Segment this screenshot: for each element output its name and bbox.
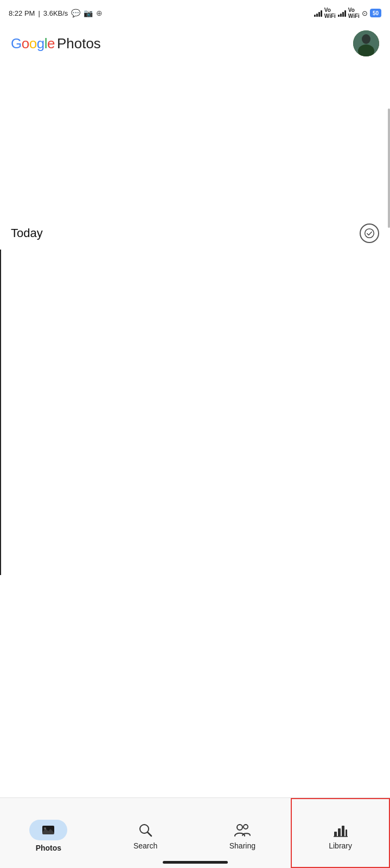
tab-sharing[interactable]: Sharing <box>194 798 291 868</box>
status-divider: | <box>38 9 40 17</box>
g-letter-g: G <box>11 35 22 52</box>
signal-bars-2 <box>338 9 346 17</box>
tab-search[interactable]: Search <box>97 798 194 868</box>
g-letter-o2: o <box>29 35 37 52</box>
vo-wifi-label-2: VoWiFi <box>348 7 360 19</box>
instagram-icon: 📷 <box>84 9 93 17</box>
svg-point-3 <box>365 229 374 238</box>
search-tab-label: Search <box>133 841 157 850</box>
svg-rect-12 <box>338 828 341 837</box>
chrome-icon: ⊕ <box>96 9 103 17</box>
nav-items: Photos Search S <box>0 798 390 868</box>
photos-icon-bg <box>29 820 67 840</box>
g-letter-g2: g <box>37 35 44 52</box>
g-letter-e: e <box>47 35 55 52</box>
svg-point-6 <box>44 827 46 829</box>
g-letter-o1: o <box>22 35 29 52</box>
svg-point-9 <box>237 825 242 830</box>
search-icon-container <box>137 822 154 838</box>
svg-rect-13 <box>342 826 344 837</box>
vo-wifi-label-1: VoWiFi <box>324 7 336 19</box>
avatar-image <box>353 30 379 56</box>
whatsapp-icon: 💬 <box>71 9 80 17</box>
network-speed: 3.6KB/s <box>43 9 68 17</box>
status-right: VoWiFi VoWiFi ⊙ 50 <box>314 7 381 19</box>
svg-rect-11 <box>334 832 337 837</box>
sharing-icon <box>234 822 251 838</box>
wifi-icon: ⊙ <box>362 9 368 17</box>
svg-line-8 <box>148 832 151 836</box>
sharing-tab-label: Sharing <box>229 841 255 850</box>
signal-bars-1 <box>314 9 322 17</box>
svg-rect-14 <box>346 829 347 837</box>
bottom-nav: Photos Search S <box>0 797 390 868</box>
app-header: Google Photos <box>0 24 390 63</box>
battery-indicator: 50 <box>370 9 381 17</box>
sharing-icon-container <box>234 822 251 838</box>
status-left: 8:22 PM | 3.6KB/s 💬 📷 ⊕ <box>9 9 103 17</box>
scroll-indicator <box>388 108 390 228</box>
library-icon <box>333 822 349 838</box>
svg-point-10 <box>244 825 248 829</box>
google-photos-logo: Google Photos <box>11 35 101 52</box>
library-icon-container <box>333 822 349 838</box>
select-all-button[interactable] <box>360 224 379 243</box>
battery-level: 50 <box>373 10 379 16</box>
status-bar: 8:22 PM | 3.6KB/s 💬 📷 ⊕ VoWiFi VoWiFi ⊙ <box>0 0 390 24</box>
home-indicator <box>163 861 228 864</box>
today-label: Today <box>11 226 43 240</box>
checkmark-icon <box>364 228 375 239</box>
photos-icon <box>41 823 55 837</box>
google-text: Google <box>11 35 55 52</box>
time: 8:22 PM <box>9 9 35 17</box>
library-tab-label: Library <box>329 841 352 850</box>
avatar-svg <box>353 30 379 56</box>
photos-text: Photos <box>57 35 101 52</box>
today-section: Today <box>0 215 390 250</box>
tab-library[interactable]: Library <box>291 798 390 868</box>
search-icon <box>137 822 154 838</box>
svg-point-1 <box>362 34 370 44</box>
user-avatar[interactable] <box>353 30 379 56</box>
tab-photos[interactable]: Photos <box>0 798 97 868</box>
photos-tab-label: Photos <box>36 844 61 852</box>
photos-content-area <box>0 250 390 575</box>
